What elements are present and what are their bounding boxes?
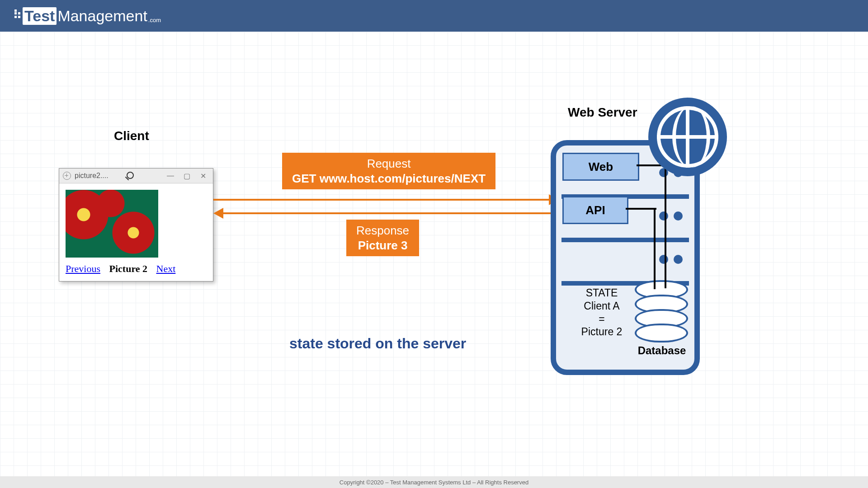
brand-mgmt: Management <box>57 7 147 25</box>
diagram-canvas: Client Web Server picture2.... — ▢ ✕ Pre… <box>0 32 868 476</box>
response-value: Picture 3 <box>356 238 409 253</box>
api-chip: API <box>562 196 628 224</box>
server-rack: Web API STATE Client A = Picture 2 Datab… <box>551 140 700 375</box>
search-icon <box>125 171 135 181</box>
request-url: GET www.host.com/pictures/NEXT <box>292 171 486 186</box>
state-line-3: = <box>568 313 636 326</box>
client-label: Client <box>114 129 149 143</box>
wire-web-v <box>665 164 666 288</box>
minimize-button[interactable]: — <box>164 172 177 180</box>
picture-nav-row: Previous Picture 2 Next <box>66 263 207 275</box>
close-button[interactable]: ✕ <box>197 172 209 180</box>
footer-text: Copyright ©2020 – Test Management System… <box>340 479 528 486</box>
maximize-button[interactable]: ▢ <box>180 172 193 180</box>
tab-favicon-globe-icon <box>63 172 71 180</box>
database-icon <box>635 280 684 343</box>
state-caption: state stored on the server <box>289 335 466 352</box>
response-arrow-line <box>223 212 558 214</box>
state-line-4: Picture 2 <box>568 325 636 338</box>
brand-test: Test <box>23 7 57 25</box>
footer: Copyright ©2020 – Test Management System… <box>0 476 868 488</box>
request-box: Request GET www.host.com/pictures/NEXT <box>282 153 495 189</box>
current-picture-label: Picture 2 <box>109 263 148 274</box>
wire-api-h <box>626 208 656 210</box>
web-chip-label: Web <box>589 160 613 174</box>
internet-globe-icon <box>648 98 727 176</box>
browser-tab-title: picture2.... <box>75 172 108 180</box>
brand-dots-icon <box>14 9 21 25</box>
state-box: STATE Client A = Picture 2 <box>568 286 636 338</box>
next-link[interactable]: Next <box>156 263 176 274</box>
picture-thumbnail <box>66 190 158 258</box>
browser-titlebar: picture2.... — ▢ ✕ <box>59 169 213 183</box>
rack-slot-3 <box>561 238 689 286</box>
browser-body: Previous Picture 2 Next <box>59 183 213 281</box>
brand-dotcom: .com <box>148 17 161 23</box>
request-arrow-line <box>213 199 551 201</box>
response-arrow-head-icon <box>213 208 223 219</box>
state-line-2: Client A <box>568 300 636 313</box>
response-box: Response Picture 3 <box>346 220 419 256</box>
previous-link[interactable]: Previous <box>66 263 100 274</box>
state-line-1: STATE <box>568 286 636 300</box>
api-chip-label: API <box>585 203 605 217</box>
response-title: Response <box>356 223 409 238</box>
webserver-label: Web Server <box>568 105 637 120</box>
request-title: Request <box>292 156 486 171</box>
brand-logo: Test Management .com <box>14 7 161 25</box>
top-bar: Test Management .com <box>0 0 868 32</box>
web-chip: Web <box>562 153 639 181</box>
client-browser-window: picture2.... — ▢ ✕ Previous Picture 2 Ne… <box>59 168 213 282</box>
wire-api-v <box>654 208 656 289</box>
database-label: Database <box>635 344 689 357</box>
